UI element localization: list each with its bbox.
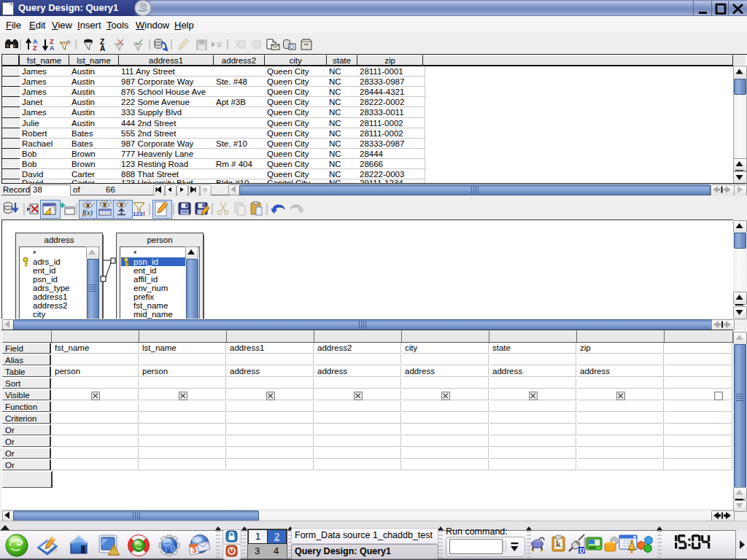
- svg-text:k: k: [556, 539, 561, 549]
- svg-text:A: A: [50, 44, 55, 52]
- svg-text:123: 123: [133, 211, 143, 217]
- svg-text:!: !: [143, 210, 145, 217]
- svg-text:f(x): f(x): [82, 209, 93, 217]
- svg-text:Z: Z: [33, 44, 37, 52]
- svg-text:A: A: [100, 44, 105, 52]
